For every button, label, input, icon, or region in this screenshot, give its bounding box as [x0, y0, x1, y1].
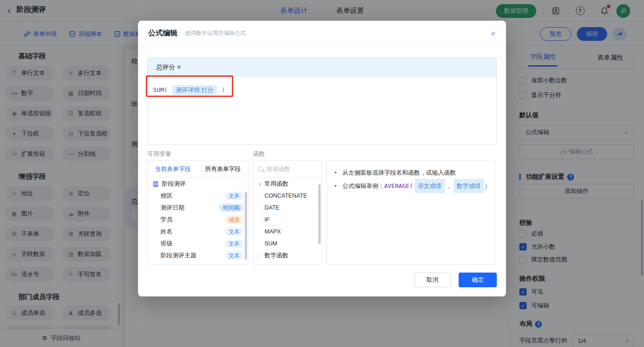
formula-target: 总评分 =: [148, 58, 496, 77]
function-group-common[interactable]: ∨ 常用函数: [253, 178, 322, 190]
form-doc-icon: [153, 181, 158, 187]
example-function-name: AVERAGE(: [384, 182, 413, 189]
function-search-input[interactable]: [266, 165, 317, 172]
variable-row[interactable]: 学员 成员: [148, 214, 248, 226]
variable-row[interactable]: 姓名 文本: [148, 226, 248, 238]
cancel-button[interactable]: 取消: [414, 273, 451, 287]
tip-line-2: 公式编辑举例：AVERAGE(语文成绩，数学成绩): [334, 179, 488, 193]
type-badge: 文本: [225, 228, 243, 236]
type-badge: 成员: [225, 216, 243, 224]
variable-row[interactable]: 班级 文本: [148, 238, 248, 250]
variables-tabs: 当前表单字段 所有表单字段: [148, 160, 248, 178]
function-item[interactable]: MAPX: [253, 226, 322, 238]
functions-label: 函数: [253, 150, 265, 158]
variable-tree-root[interactable]: 阶段测评: [148, 178, 248, 190]
modal-header: 公式编辑 使用数学运算符编辑公式 ×: [138, 21, 506, 46]
function-group-math[interactable]: › 数学函数: [253, 250, 322, 262]
variables-scrollbar[interactable]: [245, 192, 247, 260]
closing-paren: ): [222, 86, 225, 93]
example-chip: 数学成绩: [454, 179, 484, 193]
example-chip: 语文成绩: [414, 179, 445, 193]
functions-scrollbar[interactable]: [318, 184, 321, 244]
chevron-expanded-icon: ∨: [258, 182, 264, 187]
modal-title: 公式编辑: [148, 28, 178, 38]
variable-row[interactable]: 校区 文本: [148, 190, 248, 202]
type-badge: 文本: [225, 192, 243, 200]
field-token-chip[interactable]: 测评详情.打分: [172, 85, 217, 95]
function-group-text[interactable]: › 文本函数: [253, 262, 322, 265]
formula-editor[interactable]: 总评分 = SUM( 测评详情.打分 ): [147, 57, 497, 145]
function-name: SUM(: [153, 86, 167, 93]
confirm-button[interactable]: 确定: [459, 273, 497, 287]
search-icon: [258, 166, 263, 171]
function-search: [253, 160, 322, 178]
variable-row[interactable]: 阶段测评主题 文本: [148, 250, 248, 262]
tips-panel: 从左侧面板选择字段名和函数，或输入函数 公式编辑举例：AVERAGE(语文成绩，…: [327, 160, 496, 265]
function-item[interactable]: DATE: [253, 202, 322, 214]
variable-row[interactable]: 测评日期 时间戳: [148, 202, 248, 214]
formula-expression[interactable]: SUM( 测评详情.打分 ): [148, 77, 496, 103]
variables-panel: 当前表单字段 所有表单字段 阶段测评 校区 文本 测评日期 时间戳 学员 成员 …: [147, 160, 248, 265]
tab-all-form-fields[interactable]: 所有表单字段: [198, 165, 248, 173]
tab-current-form-fields[interactable]: 当前表单字段: [148, 165, 198, 173]
modal-subtitle: 使用数学运算符编辑公式: [185, 29, 246, 37]
functions-panel: ∨ 常用函数 CONCATENATE DATE IF MAPX SUM › 数学…: [253, 160, 322, 265]
close-icon[interactable]: ×: [490, 29, 496, 38]
variables-label: 可用变量: [147, 150, 171, 158]
type-badge: 文本: [225, 251, 243, 260]
function-item[interactable]: SUM: [253, 238, 322, 250]
function-item[interactable]: IF: [253, 214, 322, 226]
tip-line-1: 从左侧面板选择字段名和函数，或输入函数: [334, 166, 488, 179]
formula-editor-modal: 公式编辑 使用数学运算符编辑公式 × 总评分 = SUM( 测评详情.打分 ) …: [138, 21, 506, 296]
function-item[interactable]: CONCATENATE: [253, 190, 322, 202]
chevron-collapsed-icon: ›: [258, 253, 264, 258]
type-badge: 时间戳: [219, 204, 243, 212]
type-badge: 文本: [225, 239, 243, 248]
